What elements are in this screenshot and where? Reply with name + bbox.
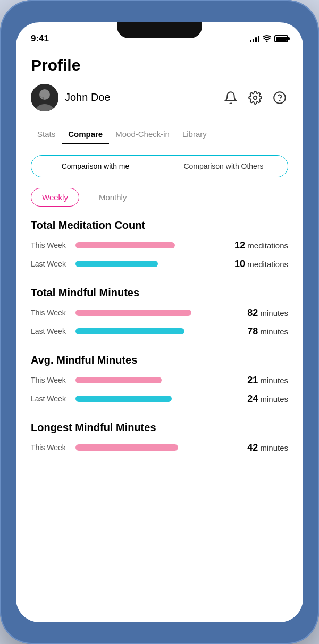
avatar xyxy=(31,84,58,111)
period-monthly[interactable]: Monthly xyxy=(88,188,138,207)
stat-bar-container xyxy=(75,377,241,383)
profile-row: John Doe xyxy=(31,84,288,111)
stat-value: 82 minutes xyxy=(247,307,288,319)
stat-value: 42 minutes xyxy=(247,442,288,453)
section-title-longest: Longest Mindful Minutes xyxy=(31,422,288,434)
stat-row-thisweek-avg: This Week 21 minutes xyxy=(31,375,288,386)
stat-bar-container xyxy=(75,328,241,334)
phone-screen: 9:41 Profile xyxy=(16,22,303,622)
battery-icon xyxy=(274,35,288,42)
stat-value: 21 minutes xyxy=(247,375,288,386)
stat-label: This Week xyxy=(31,308,69,317)
notification-icon[interactable] xyxy=(222,89,239,106)
comparison-toggle: Comparison with me Comparison with Other… xyxy=(31,155,288,177)
phone-frame: 9:41 Profile xyxy=(0,0,319,644)
stat-label: Last Week xyxy=(31,394,69,403)
section-avg-mindful: Avg. Mindful Minutes This Week 21 minute… xyxy=(31,354,288,405)
stat-bar-pink xyxy=(75,242,175,248)
stat-row-lastweek-meditation: Last Week 10 meditations xyxy=(31,259,288,270)
stat-bar-container xyxy=(75,396,241,402)
stat-bar-container xyxy=(75,310,241,316)
stat-value: 78 minutes xyxy=(247,326,288,337)
stat-row-lastweek-mindful: Last Week 78 minutes xyxy=(31,326,288,337)
tab-stats[interactable]: Stats xyxy=(31,124,62,144)
stat-label: This Week xyxy=(31,376,69,384)
section-title-avg: Avg. Mindful Minutes xyxy=(31,354,288,366)
notch xyxy=(117,22,202,38)
page-title: Profile xyxy=(31,56,288,74)
status-icons xyxy=(250,35,288,42)
stat-bar-teal xyxy=(75,261,158,267)
section-mindful-minutes: Total Mindful Minutes This Week 82 minut… xyxy=(31,287,288,337)
section-title-mindful: Total Mindful Minutes xyxy=(31,287,288,299)
stat-label: This Week xyxy=(31,241,69,250)
stat-bar-container xyxy=(75,444,241,451)
stat-value: 24 minutes xyxy=(247,393,288,405)
settings-icon[interactable] xyxy=(247,89,264,106)
stat-label: Last Week xyxy=(31,260,69,268)
stat-bar-container xyxy=(75,242,228,248)
stat-row-lastweek-avg: Last Week 24 minutes xyxy=(31,393,288,405)
svg-point-1 xyxy=(39,89,50,100)
status-time: 9:41 xyxy=(31,33,49,44)
stat-label: Last Week xyxy=(31,327,69,336)
profile-icons xyxy=(222,89,288,106)
stat-row-thisweek-longest: This Week 42 minutes xyxy=(31,442,288,453)
period-weekly[interactable]: Weekly xyxy=(31,188,79,207)
stat-bar-container xyxy=(75,261,228,267)
help-icon[interactable] xyxy=(271,89,288,106)
profile-left: John Doe xyxy=(31,84,111,111)
stat-bar-pink xyxy=(75,377,162,383)
profile-name: John Doe xyxy=(65,91,111,104)
stat-bar-pink xyxy=(75,310,191,316)
tab-library[interactable]: Library xyxy=(176,124,213,144)
tab-mood[interactable]: Mood-Check-in xyxy=(109,124,176,144)
stat-row-thisweek-meditation: This Week 12 meditations xyxy=(31,240,288,251)
section-title-meditation: Total Meditation Count xyxy=(31,219,288,231)
toggle-comparison-me[interactable]: Comparison with me xyxy=(31,156,160,177)
svg-point-4 xyxy=(274,92,286,104)
signal-icon xyxy=(250,35,259,42)
section-longest-mindful: Longest Mindful Minutes This Week 42 min… xyxy=(31,422,288,453)
wifi-icon xyxy=(263,35,271,42)
toggle-comparison-others[interactable]: Comparison with Others xyxy=(160,156,288,177)
stat-value: 12 meditations xyxy=(234,240,288,251)
period-toggle: Weekly Monthly xyxy=(31,188,288,207)
main-content: Profile John Doe xyxy=(16,49,303,622)
svg-point-3 xyxy=(254,96,257,99)
tabs: Stats Compare Mood-Check-in Library xyxy=(31,124,288,144)
stat-bar-teal xyxy=(75,396,172,402)
stat-bar-pink xyxy=(75,444,178,451)
stat-value: 10 meditations xyxy=(234,259,288,270)
stat-bar-teal xyxy=(75,328,184,334)
stat-row-thisweek-mindful: This Week 82 minutes xyxy=(31,307,288,319)
stat-label: This Week xyxy=(31,443,69,452)
section-meditation-count: Total Meditation Count This Week 12 medi… xyxy=(31,219,288,270)
tab-compare[interactable]: Compare xyxy=(62,124,109,144)
